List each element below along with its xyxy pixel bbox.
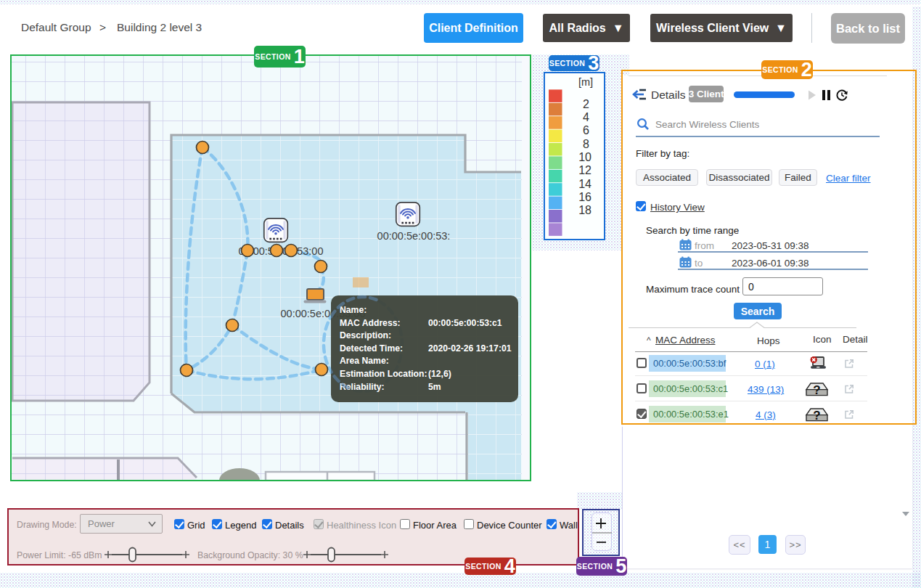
svg-text:2: 2 — [583, 98, 589, 110]
svg-text:8: 8 — [583, 138, 589, 150]
svg-text:4: 4 — [583, 111, 589, 123]
svg-text:14: 14 — [578, 178, 592, 190]
svg-text:6: 6 — [583, 124, 589, 136]
svg-text:?: ? — [813, 383, 820, 396]
svg-text:?: ? — [813, 409, 820, 422]
svg-text:10: 10 — [578, 151, 592, 163]
svg-text:12: 12 — [578, 164, 592, 176]
svg-text:16: 16 — [578, 191, 592, 203]
svg-text:18: 18 — [578, 204, 592, 216]
